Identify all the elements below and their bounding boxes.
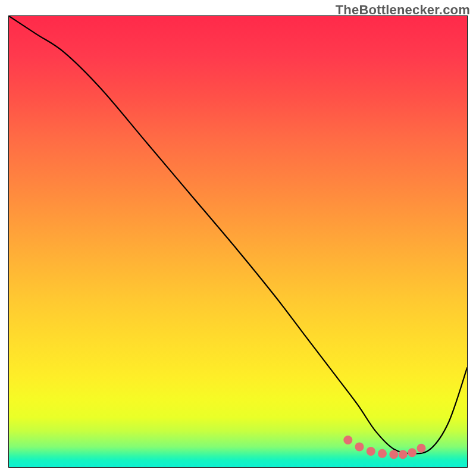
optimal-dot — [417, 444, 426, 453]
plot-area — [8, 15, 468, 468]
optimal-dot — [399, 450, 408, 459]
optimal-dot — [343, 436, 352, 444]
bottleneck-curve — [9, 16, 467, 453]
optimal-dot — [378, 449, 387, 458]
chart-container: TheBottlenecker.com — [0, 0, 476, 476]
optimal-dot — [389, 450, 398, 459]
attribution-text: TheBottlenecker.com — [336, 2, 470, 18]
optimal-dot — [408, 448, 416, 457]
curve-svg — [9, 16, 467, 467]
optimal-zone-dots — [343, 436, 425, 459]
optimal-dot — [355, 442, 364, 451]
optimal-dot — [367, 447, 375, 456]
